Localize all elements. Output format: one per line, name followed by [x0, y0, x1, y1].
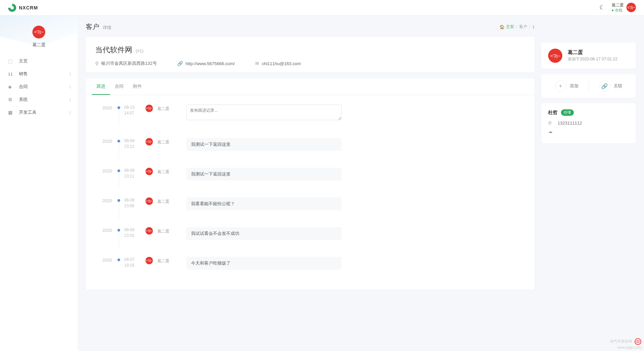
timeline-row: 202008-0823:12<'3)~葛二蛋我测试一下返回这里	[95, 138, 525, 168]
timeline-datetime: 08-0823:06	[122, 197, 142, 209]
logo-icon	[8, 4, 16, 12]
nav-icon: ⬚	[8, 58, 14, 64]
tab-0[interactable]: 跟进	[92, 79, 110, 95]
owner-name: 葛二蛋	[568, 49, 617, 56]
page-title: 客户	[86, 22, 99, 31]
nav-item-2[interactable]: ◈合同⟨	[0, 80, 78, 93]
owner-added-date: 添加于2020-06-17 07:01:22	[568, 56, 617, 62]
dashboard-icon: 🏠	[500, 25, 505, 29]
nav-item-4[interactable]: ▦开发工具⟨	[0, 106, 78, 119]
watermark-logo-icon	[635, 338, 641, 345]
nav-icon: ▦	[8, 110, 14, 115]
nav-icon: ◈	[8, 84, 14, 89]
sidebar-username: 葛二蛋	[0, 42, 78, 48]
nav-label: 开发工具	[19, 109, 36, 115]
timeline-year: 2020	[95, 227, 115, 233]
timeline-datetime: 08-1314:07	[122, 105, 142, 116]
dark-mode-icon[interactable]: ☾	[599, 4, 605, 11]
timeline-message: 今天和客户吃顿饭了	[186, 257, 342, 270]
timeline-user: 葛二蛋	[156, 105, 176, 112]
timeline-user: 葛二蛋	[156, 197, 176, 205]
sidebar: <'3)~ 葛二蛋 ⬚主页⫿⫿销售⟨◈合同⟨⚙系统⟨▦开发工具⟨	[0, 16, 78, 351]
add-button[interactable]: + 添加	[545, 80, 589, 92]
page-header: 客户 详情 🏠 主页 / 客户 / 1	[86, 22, 535, 31]
timeline-avatar: <'3)~	[145, 227, 153, 235]
timeline-row: 202008-1314:07<'3)~葛二蛋	[95, 105, 525, 138]
timeline-avatar: <'3)~	[145, 105, 153, 112]
timeline-avatar: <'3)~	[145, 257, 153, 264]
detail-card: 跟进合同附件 202008-1314:07<'3)~葛二蛋202008-0823…	[86, 79, 535, 290]
contact-wechat: ☁	[548, 129, 629, 134]
timeline-dot	[117, 229, 120, 232]
timeline-message: 我测试一下返回这里	[186, 168, 342, 181]
timeline-user: 葛二蛋	[156, 168, 176, 175]
link-button[interactable]: 🔗 关联	[589, 80, 633, 92]
logo[interactable]: NXCRM	[8, 4, 38, 12]
timeline-datetime: 08-0823:11	[122, 168, 142, 179]
breadcrumb: 🏠 主页 / 客户 / 1	[500, 24, 535, 30]
timeline-message: 我试试看会不会发不成功	[186, 227, 342, 240]
timeline-row: 202008-0823:06<'3)~葛二蛋我看看能不能恒公呢？	[95, 197, 525, 227]
link-icon: 🔗	[599, 80, 610, 92]
sidebar-nav: ⬚主页⫿⫿销售⟨◈合同⟨⚙系统⟨▦开发工具⟨	[0, 51, 78, 122]
timeline-year: 2020	[95, 105, 115, 110]
chevron-right-icon: ⟨	[70, 85, 71, 89]
header-user-name: 葛二蛋	[612, 3, 624, 8]
timeline-row: 202008-0823:03<'3)~葛二蛋我试试看会不会发不成功	[95, 227, 525, 257]
link-icon: 🔗	[177, 61, 183, 66]
actions-card: + 添加 🔗 关联	[541, 74, 636, 98]
timeline-year: 2020	[95, 197, 115, 203]
chevron-right-icon: ⟨	[70, 98, 71, 102]
customer-address: ⚲ 银川市金凤区新昌西路132号	[95, 60, 157, 66]
nav-item-1[interactable]: ⫿⫿销售⟨	[0, 68, 78, 80]
timeline-user: 葛二蛋	[156, 138, 176, 145]
sidebar-avatar: <'3)~	[32, 26, 45, 38]
timeline-message: 我看看能不能恒公呢？	[186, 197, 342, 210]
timeline-dot	[117, 106, 120, 109]
timeline-message: 我测试一下返回这里	[186, 138, 342, 151]
page-subtitle: 详情	[103, 25, 111, 31]
owner-card: <'3)~ 葛二蛋 添加于2020-06-17 07:01:22	[541, 43, 636, 69]
nav-icon: ⚙	[8, 97, 14, 102]
timeline-year: 2020	[95, 138, 115, 144]
detail-tabs: 跟进合同附件	[86, 79, 535, 95]
tab-1[interactable]: 合同	[110, 79, 128, 95]
nav-label: 合同	[19, 84, 28, 90]
watermark: 淘气哥素材网 www.tqge.com	[610, 338, 641, 350]
top-header: NXCRM ☾ 葛二蛋 在线 <'3)~	[0, 0, 644, 16]
contact-card: 杜哲 经理 ✆ 1323111112 ☁	[541, 103, 636, 143]
header-user[interactable]: 葛二蛋 在线 <'3)~	[612, 3, 636, 13]
timeline-year: 2020	[95, 257, 115, 263]
breadcrumb-section[interactable]: 客户	[519, 24, 527, 30]
timeline-datetime: 08-0719:16	[122, 257, 142, 268]
timeline-dot	[117, 169, 120, 172]
wechat-icon: ☁	[548, 129, 554, 134]
breadcrumb-home[interactable]: 🏠 主页	[500, 24, 514, 30]
tab-2[interactable]: 附件	[128, 79, 146, 95]
timeline-user: 葛二蛋	[156, 257, 176, 264]
header-avatar: <'3)~	[626, 3, 636, 12]
nav-label: 销售	[19, 71, 28, 77]
customer-email[interactable]: ✉ chi111hu@163.com	[255, 60, 301, 66]
chevron-right-icon: ⟨	[70, 110, 71, 115]
phone-icon: ✆	[548, 120, 554, 126]
owner-avatar: <'3)~	[548, 49, 562, 63]
plus-icon: +	[555, 80, 566, 92]
timeline-datetime: 08-0823:12	[122, 138, 142, 150]
customer-name: 当代软件网	[95, 45, 132, 55]
sidebar-user-block: <'3)~ 葛二蛋	[0, 19, 78, 51]
timeline-dot	[117, 199, 120, 202]
nav-icon: ⫿⫿	[8, 71, 14, 77]
customer-website[interactable]: 🔗 http://www.5675666.com/	[177, 60, 235, 66]
nav-item-0[interactable]: ⬚主页	[0, 55, 78, 68]
nav-label: 系统	[19, 97, 28, 103]
timeline-dot	[117, 140, 120, 142]
timeline-datetime: 08-0823:03	[122, 227, 142, 239]
mail-icon: ✉	[255, 61, 259, 66]
compose-input[interactable]	[186, 105, 342, 120]
timeline-row: 202008-0719:16<'3)~葛二蛋今天和客户吃顿饭了	[95, 257, 525, 287]
nav-label: 主页	[19, 58, 28, 64]
header-user-status: 在线	[612, 8, 624, 12]
timeline-avatar: <'3)~	[145, 138, 153, 145]
nav-item-3[interactable]: ⚙系统⟨	[0, 93, 78, 106]
